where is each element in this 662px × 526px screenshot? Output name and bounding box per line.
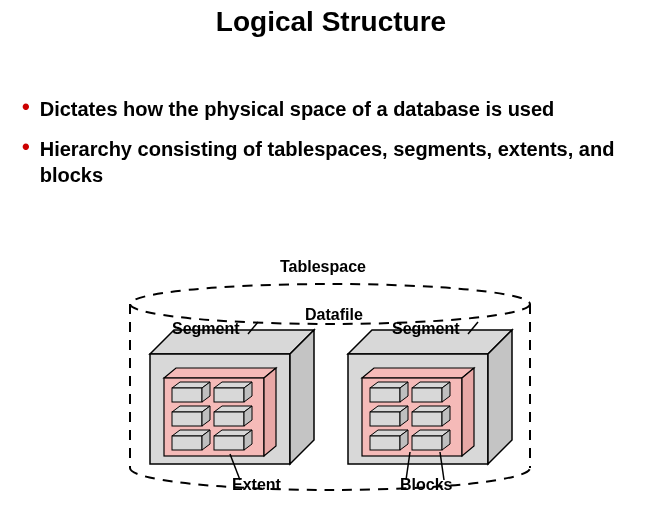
label-blocks: Blocks	[400, 476, 452, 494]
label-segment-left: Segment	[172, 320, 240, 338]
slide-title: Logical Structure	[0, 0, 662, 38]
label-extent: Extent	[232, 476, 281, 494]
bullet-item: • Hierarchy consisting of tablespaces, s…	[22, 136, 640, 188]
tablespace-diagram: Tablespace Datafile Segment Segment Exte…	[110, 258, 550, 518]
bullet-marker-icon: •	[22, 136, 30, 158]
slide: Logical Structure • Dictates how the phy…	[0, 0, 662, 526]
bullet-text: Dictates how the physical space of a dat…	[40, 96, 555, 122]
diagram-svg	[110, 258, 550, 518]
bullet-item: • Dictates how the physical space of a d…	[22, 96, 640, 122]
bullet-text: Hierarchy consisting of tablespaces, seg…	[40, 136, 640, 188]
bullet-marker-icon: •	[22, 96, 30, 118]
label-tablespace: Tablespace	[280, 258, 366, 276]
bullet-list: • Dictates how the physical space of a d…	[22, 96, 640, 188]
label-segment-right: Segment	[392, 320, 460, 338]
label-datafile: Datafile	[305, 306, 363, 324]
